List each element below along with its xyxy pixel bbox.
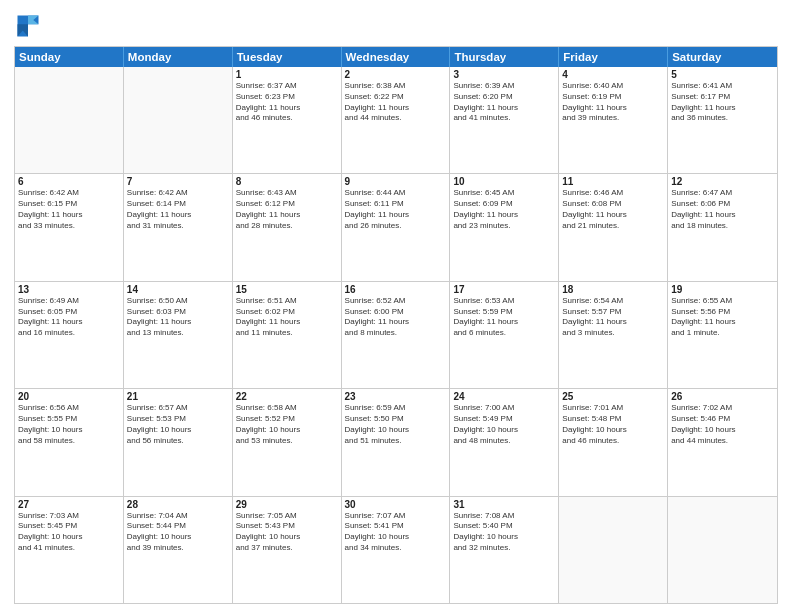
- day-number: 5: [671, 69, 774, 80]
- day-cell-19: 19Sunrise: 6:55 AM Sunset: 5:56 PM Dayli…: [668, 282, 777, 388]
- day-cell-23: 23Sunrise: 6:59 AM Sunset: 5:50 PM Dayli…: [342, 389, 451, 495]
- day-info: Sunrise: 6:49 AM Sunset: 6:05 PM Dayligh…: [18, 296, 120, 339]
- calendar: SundayMondayTuesdayWednesdayThursdayFrid…: [14, 46, 778, 604]
- day-cell-21: 21Sunrise: 6:57 AM Sunset: 5:53 PM Dayli…: [124, 389, 233, 495]
- day-info: Sunrise: 6:47 AM Sunset: 6:06 PM Dayligh…: [671, 188, 774, 231]
- day-info: Sunrise: 6:58 AM Sunset: 5:52 PM Dayligh…: [236, 403, 338, 446]
- day-cell-28: 28Sunrise: 7:04 AM Sunset: 5:44 PM Dayli…: [124, 497, 233, 603]
- day-number: 18: [562, 284, 664, 295]
- day-number: 1: [236, 69, 338, 80]
- day-info: Sunrise: 6:44 AM Sunset: 6:11 PM Dayligh…: [345, 188, 447, 231]
- day-cell-20: 20Sunrise: 6:56 AM Sunset: 5:55 PM Dayli…: [15, 389, 124, 495]
- day-number: 3: [453, 69, 555, 80]
- header-day-friday: Friday: [559, 47, 668, 67]
- day-info: Sunrise: 7:00 AM Sunset: 5:49 PM Dayligh…: [453, 403, 555, 446]
- day-number: 2: [345, 69, 447, 80]
- week-row-4: 20Sunrise: 6:56 AM Sunset: 5:55 PM Dayli…: [15, 388, 777, 495]
- day-cell-24: 24Sunrise: 7:00 AM Sunset: 5:49 PM Dayli…: [450, 389, 559, 495]
- day-info: Sunrise: 6:51 AM Sunset: 6:02 PM Dayligh…: [236, 296, 338, 339]
- day-number: 22: [236, 391, 338, 402]
- day-number: 21: [127, 391, 229, 402]
- week-row-3: 13Sunrise: 6:49 AM Sunset: 6:05 PM Dayli…: [15, 281, 777, 388]
- day-cell-14: 14Sunrise: 6:50 AM Sunset: 6:03 PM Dayli…: [124, 282, 233, 388]
- header: [14, 12, 778, 40]
- day-number: 17: [453, 284, 555, 295]
- empty-cell: [15, 67, 124, 173]
- day-number: 31: [453, 499, 555, 510]
- day-cell-11: 11Sunrise: 6:46 AM Sunset: 6:08 PM Dayli…: [559, 174, 668, 280]
- calendar-header: SundayMondayTuesdayWednesdayThursdayFrid…: [15, 47, 777, 67]
- header-day-thursday: Thursday: [450, 47, 559, 67]
- day-info: Sunrise: 6:56 AM Sunset: 5:55 PM Dayligh…: [18, 403, 120, 446]
- day-cell-15: 15Sunrise: 6:51 AM Sunset: 6:02 PM Dayli…: [233, 282, 342, 388]
- day-info: Sunrise: 6:52 AM Sunset: 6:00 PM Dayligh…: [345, 296, 447, 339]
- week-row-5: 27Sunrise: 7:03 AM Sunset: 5:45 PM Dayli…: [15, 496, 777, 603]
- day-number: 28: [127, 499, 229, 510]
- day-info: Sunrise: 6:45 AM Sunset: 6:09 PM Dayligh…: [453, 188, 555, 231]
- day-info: Sunrise: 6:37 AM Sunset: 6:23 PM Dayligh…: [236, 81, 338, 124]
- logo-icon: [14, 12, 42, 40]
- calendar-body: 1Sunrise: 6:37 AM Sunset: 6:23 PM Daylig…: [15, 67, 777, 603]
- day-info: Sunrise: 6:43 AM Sunset: 6:12 PM Dayligh…: [236, 188, 338, 231]
- day-info: Sunrise: 7:05 AM Sunset: 5:43 PM Dayligh…: [236, 511, 338, 554]
- day-number: 29: [236, 499, 338, 510]
- day-info: Sunrise: 6:41 AM Sunset: 6:17 PM Dayligh…: [671, 81, 774, 124]
- day-number: 20: [18, 391, 120, 402]
- day-number: 9: [345, 176, 447, 187]
- day-info: Sunrise: 6:54 AM Sunset: 5:57 PM Dayligh…: [562, 296, 664, 339]
- day-number: 7: [127, 176, 229, 187]
- day-number: 6: [18, 176, 120, 187]
- day-number: 15: [236, 284, 338, 295]
- day-cell-9: 9Sunrise: 6:44 AM Sunset: 6:11 PM Daylig…: [342, 174, 451, 280]
- day-info: Sunrise: 6:40 AM Sunset: 6:19 PM Dayligh…: [562, 81, 664, 124]
- empty-cell: [668, 497, 777, 603]
- day-cell-26: 26Sunrise: 7:02 AM Sunset: 5:46 PM Dayli…: [668, 389, 777, 495]
- page: SundayMondayTuesdayWednesdayThursdayFrid…: [0, 0, 792, 612]
- day-cell-6: 6Sunrise: 6:42 AM Sunset: 6:15 PM Daylig…: [15, 174, 124, 280]
- day-cell-2: 2Sunrise: 6:38 AM Sunset: 6:22 PM Daylig…: [342, 67, 451, 173]
- day-info: Sunrise: 6:55 AM Sunset: 5:56 PM Dayligh…: [671, 296, 774, 339]
- day-number: 14: [127, 284, 229, 295]
- day-cell-22: 22Sunrise: 6:58 AM Sunset: 5:52 PM Dayli…: [233, 389, 342, 495]
- day-cell-12: 12Sunrise: 6:47 AM Sunset: 6:06 PM Dayli…: [668, 174, 777, 280]
- day-info: Sunrise: 6:42 AM Sunset: 6:14 PM Dayligh…: [127, 188, 229, 231]
- day-info: Sunrise: 7:07 AM Sunset: 5:41 PM Dayligh…: [345, 511, 447, 554]
- day-number: 27: [18, 499, 120, 510]
- logo: [14, 12, 46, 40]
- day-cell-27: 27Sunrise: 7:03 AM Sunset: 5:45 PM Dayli…: [15, 497, 124, 603]
- day-info: Sunrise: 6:57 AM Sunset: 5:53 PM Dayligh…: [127, 403, 229, 446]
- header-day-sunday: Sunday: [15, 47, 124, 67]
- day-info: Sunrise: 6:46 AM Sunset: 6:08 PM Dayligh…: [562, 188, 664, 231]
- day-info: Sunrise: 7:02 AM Sunset: 5:46 PM Dayligh…: [671, 403, 774, 446]
- header-day-saturday: Saturday: [668, 47, 777, 67]
- day-info: Sunrise: 6:59 AM Sunset: 5:50 PM Dayligh…: [345, 403, 447, 446]
- day-cell-31: 31Sunrise: 7:08 AM Sunset: 5:40 PM Dayli…: [450, 497, 559, 603]
- day-number: 19: [671, 284, 774, 295]
- day-info: Sunrise: 6:53 AM Sunset: 5:59 PM Dayligh…: [453, 296, 555, 339]
- day-number: 8: [236, 176, 338, 187]
- header-day-wednesday: Wednesday: [342, 47, 451, 67]
- day-info: Sunrise: 7:03 AM Sunset: 5:45 PM Dayligh…: [18, 511, 120, 554]
- day-cell-30: 30Sunrise: 7:07 AM Sunset: 5:41 PM Dayli…: [342, 497, 451, 603]
- day-number: 10: [453, 176, 555, 187]
- day-cell-10: 10Sunrise: 6:45 AM Sunset: 6:09 PM Dayli…: [450, 174, 559, 280]
- day-info: Sunrise: 7:01 AM Sunset: 5:48 PM Dayligh…: [562, 403, 664, 446]
- header-day-monday: Monday: [124, 47, 233, 67]
- day-cell-18: 18Sunrise: 6:54 AM Sunset: 5:57 PM Dayli…: [559, 282, 668, 388]
- day-number: 11: [562, 176, 664, 187]
- day-number: 13: [18, 284, 120, 295]
- week-row-1: 1Sunrise: 6:37 AM Sunset: 6:23 PM Daylig…: [15, 67, 777, 173]
- empty-cell: [124, 67, 233, 173]
- header-day-tuesday: Tuesday: [233, 47, 342, 67]
- day-info: Sunrise: 6:38 AM Sunset: 6:22 PM Dayligh…: [345, 81, 447, 124]
- day-cell-8: 8Sunrise: 6:43 AM Sunset: 6:12 PM Daylig…: [233, 174, 342, 280]
- day-cell-3: 3Sunrise: 6:39 AM Sunset: 6:20 PM Daylig…: [450, 67, 559, 173]
- day-cell-7: 7Sunrise: 6:42 AM Sunset: 6:14 PM Daylig…: [124, 174, 233, 280]
- day-info: Sunrise: 7:04 AM Sunset: 5:44 PM Dayligh…: [127, 511, 229, 554]
- day-cell-4: 4Sunrise: 6:40 AM Sunset: 6:19 PM Daylig…: [559, 67, 668, 173]
- day-number: 12: [671, 176, 774, 187]
- day-number: 26: [671, 391, 774, 402]
- day-cell-13: 13Sunrise: 6:49 AM Sunset: 6:05 PM Dayli…: [15, 282, 124, 388]
- day-number: 4: [562, 69, 664, 80]
- day-number: 30: [345, 499, 447, 510]
